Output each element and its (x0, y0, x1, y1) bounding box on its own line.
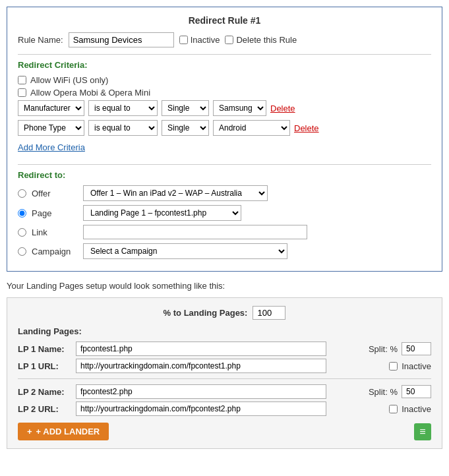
lp-separator (18, 378, 431, 379)
opera-row: Allow Opera Mobi & Opera Mini (18, 88, 431, 98)
lp2-name-row: LP 2 Name: Split: % (18, 384, 431, 399)
lp2-split-label: Split: % (369, 387, 398, 397)
value-select-2[interactable]: Android iPhone Windows Phone (213, 120, 290, 136)
delete-rule-checkbox-group: Delete this Rule (225, 35, 297, 45)
type-select-1[interactable]: Single Multiple (162, 100, 209, 116)
divider-2 (18, 164, 431, 165)
campaign-radio[interactable] (18, 247, 26, 256)
campaign-select[interactable]: Select a Campaign (83, 243, 287, 259)
rule-name-input[interactable] (69, 32, 174, 47)
wifi-label: Allow WiFi (US only) (30, 75, 108, 85)
page-label: Page (32, 208, 78, 218)
info-text: Your Landing Pages setup would look some… (7, 281, 442, 291)
criteria-row-1: Manufacturer Phone Type OS Browser Count… (18, 100, 431, 116)
delete-rule-label: Delete this Rule (236, 35, 297, 45)
lp2-url-label: LP 2 URL: (18, 404, 71, 414)
lp2-split-group: Split: % (369, 385, 431, 398)
operator-select-2[interactable]: is equal to is not equal to contains (88, 120, 158, 136)
lp1-inactive-group: Inactive (389, 361, 431, 371)
rule-name-row: Rule Name: Inactive Delete this Rule (18, 32, 431, 47)
lp-section-heading: Landing Pages: (18, 326, 431, 336)
inactive-label: Inactive (191, 35, 220, 45)
plus-icon: + (27, 427, 32, 436)
type-select-2[interactable]: Single Multiple (162, 120, 209, 136)
lp2-inactive-checkbox[interactable] (389, 405, 398, 413)
lp2-name-label: LP 2 Name: (18, 387, 71, 397)
inactive-checkbox[interactable] (179, 36, 188, 44)
add-more-criteria-link[interactable]: Add More Criteria (18, 142, 85, 152)
link-label: Link (32, 227, 78, 237)
add-lander-button[interactable]: + + ADD LANDER (18, 423, 109, 440)
green-action-button[interactable]: ≡ (414, 423, 431, 440)
criteria-section: Redirect Criteria: Allow WiFi (US only) … (18, 60, 431, 158)
lp1-group: LP 1 Name: Split: % LP 1 URL: Inactive (18, 342, 431, 373)
value-select-1[interactable]: Samsung Apple HTC Nokia (213, 100, 266, 116)
inactive-checkbox-group: Inactive (179, 35, 220, 45)
redirect-to-section: Redirect to: Offer Offer 1 – Win an iPad… (18, 170, 431, 259)
lp2-split-input[interactable] (402, 385, 431, 398)
lp-actions: + + ADD LANDER ≡ (18, 423, 431, 440)
lp1-split-group: Split: % (369, 342, 431, 355)
offer-select[interactable]: Offer 1 – Win an iPad v2 – WAP – Austral… (83, 185, 268, 201)
link-radio[interactable] (18, 228, 26, 237)
lp1-split-label: Split: % (369, 344, 398, 354)
offer-row: Offer Offer 1 – Win an iPad v2 – WAP – A… (18, 185, 431, 201)
link-row: Link (18, 225, 431, 239)
campaign-row: Campaign Select a Campaign (18, 243, 431, 259)
lp1-url-label: LP 1 URL: (18, 361, 71, 371)
lp2-inactive-label: Inactive (402, 404, 431, 414)
lp2-url-input[interactable] (76, 402, 326, 416)
redirect-to-heading: Redirect to: (18, 170, 431, 180)
operator-select-1[interactable]: is equal to is not equal to contains (88, 100, 158, 116)
lp2-name-input[interactable] (76, 384, 326, 399)
lp1-url-row: LP 1 URL: Inactive (18, 359, 431, 373)
lp-percent-input[interactable] (253, 306, 285, 320)
landing-pages-box: % to Landing Pages: Landing Pages: LP 1 … (7, 297, 442, 449)
lp-percent-row: % to Landing Pages: (18, 306, 431, 320)
redirect-criteria-heading: Redirect Criteria: (18, 60, 431, 70)
page-row: Page Landing Page 1 – fpcontest1.php (18, 205, 431, 221)
link-input[interactable] (83, 225, 307, 239)
page-radio[interactable] (18, 209, 26, 218)
delete-rule-checkbox[interactable] (225, 36, 233, 44)
opera-checkbox[interactable] (18, 88, 26, 97)
lp1-name-input[interactable] (76, 342, 326, 356)
divider-1 (18, 54, 431, 55)
offer-label: Offer (32, 189, 78, 198)
lp2-url-row: LP 2 URL: Inactive (18, 402, 431, 416)
redirect-rule-box: Redirect Rule #1 Rule Name: Inactive Del… (7, 7, 442, 272)
wifi-checkbox[interactable] (18, 76, 26, 84)
add-lander-label: + ADD LANDER (36, 427, 100, 436)
campaign-label: Campaign (32, 247, 78, 256)
field-select-1[interactable]: Manufacturer Phone Type OS Browser Count… (18, 100, 84, 116)
lp2-group: LP 2 Name: Split: % LP 2 URL: Inactive (18, 384, 431, 416)
wifi-row: Allow WiFi (US only) (18, 75, 431, 85)
field-select-2[interactable]: Phone Type Manufacturer OS Browser Count… (18, 120, 84, 136)
rule-name-label: Rule Name: (18, 35, 63, 45)
page-select[interactable]: Landing Page 1 – fpcontest1.php (83, 205, 241, 221)
lp2-inactive-group: Inactive (389, 404, 431, 414)
opera-label: Allow Opera Mobi & Opera Mini (30, 88, 150, 98)
lp1-url-input[interactable] (76, 359, 326, 373)
delete-criteria-1[interactable]: Delete (270, 104, 295, 113)
offer-radio[interactable] (18, 189, 26, 198)
equals-icon: ≡ (419, 426, 425, 438)
lp1-split-input[interactable] (402, 342, 431, 355)
lp1-name-label: LP 1 Name: (18, 344, 71, 354)
rule-title: Redirect Rule #1 (18, 15, 431, 26)
lp1-inactive-label: Inactive (402, 361, 431, 371)
delete-criteria-2[interactable]: Delete (294, 123, 319, 133)
lp1-inactive-checkbox[interactable] (389, 362, 398, 371)
lp-percent-label: % to Landing Pages: (164, 308, 248, 318)
criteria-row-2: Phone Type Manufacturer OS Browser Count… (18, 120, 431, 136)
lp1-name-row: LP 1 Name: Split: % (18, 342, 431, 356)
